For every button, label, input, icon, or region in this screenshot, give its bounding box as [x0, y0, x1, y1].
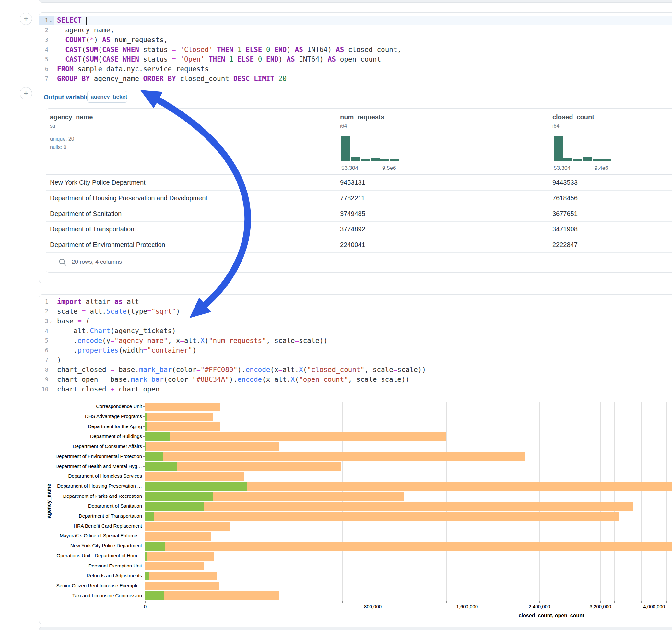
open_count-bar[interactable] [145, 591, 164, 600]
open_count-bar[interactable] [145, 512, 154, 521]
closed_count-bar[interactable] [145, 542, 672, 551]
closed_count-bar[interactable] [145, 403, 220, 411]
sql-line-2[interactable]: 2 agency_name, [39, 25, 672, 35]
notebook-page: + + 1⌄SELECT 2 agency_name,3 COUNT(*) AS… [0, 0, 672, 630]
gridline [424, 402, 424, 601]
closed_count-bar[interactable] [145, 442, 280, 451]
sql-code-editor[interactable]: 1⌄SELECT 2 agency_name,3 COUNT(*) AS num… [39, 16, 672, 83]
add-cell-button-output[interactable]: + [20, 87, 32, 99]
add-cell-button-top[interactable]: + [20, 13, 32, 25]
table-row[interactable]: Department of Sanitation37494853677651 [46, 206, 672, 222]
open_count-bar[interactable] [145, 432, 170, 441]
open_count-bar[interactable] [145, 492, 213, 501]
output-variable-row: Output variable: agency_tickets [39, 88, 672, 106]
histogram-min-label: 53,304 [554, 165, 571, 171]
column-type: i64 [552, 123, 559, 129]
gridline [259, 402, 259, 601]
gridline [373, 402, 373, 601]
y-axis-label: Personal Exemption Unit [45, 563, 142, 568]
y-axis-label: Department of Homeless Services [45, 473, 142, 479]
x-axis-tick [628, 601, 628, 603]
column-header-agency_name[interactable]: agency_name [50, 114, 93, 121]
x-axis-tick [145, 601, 146, 603]
table-row[interactable]: Department of Environmental Protection22… [46, 237, 672, 253]
column-header-closed_count[interactable]: closed_count [552, 114, 594, 121]
line-number: 3 [39, 35, 54, 45]
table-row[interactable]: Department of Housing Preservation and D… [46, 190, 672, 206]
fold-chevron-icon[interactable]: ⌄ [48, 19, 53, 23]
closed_count-bar[interactable] [145, 572, 217, 580]
column-histogram-num_requests[interactable] [341, 136, 400, 161]
next-cell-edge [39, 627, 672, 630]
table-cell-closed_count: 2222847 [552, 237, 578, 252]
line-number: 1⌄ [39, 16, 54, 25]
closed_count-bar[interactable] [145, 522, 230, 531]
table-cell-agency_name: New York City Police Department [50, 175, 146, 190]
y-axis-label: Department of Parks and Recreation [45, 493, 142, 499]
histogram-bar [361, 159, 370, 161]
table-row[interactable]: New York City Police Department945313194… [46, 175, 672, 191]
closed_count-bar[interactable] [145, 413, 213, 421]
closed_count-bar[interactable] [145, 453, 525, 461]
open_count-bar[interactable] [145, 462, 177, 471]
x-axis-tick [467, 601, 467, 603]
text-cursor [86, 17, 87, 25]
closed_count-bar[interactable] [145, 582, 219, 590]
table-cell-num_requests: 2240041 [340, 237, 365, 252]
open_count-bar[interactable] [145, 422, 146, 431]
x-axis-tick [571, 601, 571, 603]
open_count-bar[interactable] [145, 453, 163, 461]
table-cell-agency_name: Department of Transportation [50, 221, 134, 237]
histogram-bar [583, 157, 592, 161]
closed_count-bar[interactable] [145, 562, 204, 571]
sql-line-7[interactable]: 7GROUP BY agency_name ORDER BY closed_co… [39, 74, 672, 83]
closed_count-bar[interactable] [145, 502, 633, 511]
output-variable-chip[interactable]: agency_tickets [87, 91, 127, 103]
closed_count-bar[interactable] [145, 532, 211, 540]
closed_count-bar[interactable] [145, 512, 619, 521]
table-cell-num_requests: 7782211 [340, 190, 365, 206]
table-row[interactable]: Department of Transportation377489234719… [46, 221, 672, 237]
output-variable-label: Output variable: [44, 94, 91, 101]
gridline [586, 402, 586, 601]
table-cell-agency_name: Department of Sanitation [50, 206, 122, 221]
closed_count-bar[interactable] [145, 472, 244, 481]
sql-line-6[interactable]: 6FROM sample_data.nyc.service_requests [39, 64, 672, 74]
row-count-label: 20 rows, 4 columns [72, 259, 122, 265]
python-cell: 1import altair as alt2scale = alt.Scale(… [39, 294, 672, 624]
histogram-max-label: 9.5e6 [382, 165, 396, 171]
open_count-bar[interactable] [145, 502, 204, 511]
open_count-bar[interactable] [145, 482, 247, 491]
closed_count-bar[interactable] [145, 591, 279, 600]
sql-line-5[interactable]: 5 CAST(SUM(CASE WHEN status = 'Open' THE… [39, 54, 672, 64]
closed_count-bar[interactable] [145, 432, 447, 441]
sql-line-1[interactable]: 1⌄SELECT [39, 16, 672, 25]
code-text: SELECT [54, 17, 87, 25]
open_count-bar[interactable] [145, 442, 146, 451]
column-header-num_requests[interactable]: num_requests [340, 114, 384, 121]
histogram-bar [380, 160, 389, 162]
closed_count-bar[interactable] [145, 422, 220, 431]
sql-line-4[interactable]: 4 CAST(SUM(CASE WHEN status = 'Closed' T… [39, 45, 672, 54]
open_count-bar[interactable] [145, 413, 146, 421]
histogram-bar [370, 158, 380, 161]
histogram-bar [563, 158, 573, 161]
histogram-max-label: 9.4e6 [595, 165, 608, 171]
x-axis-tick [505, 601, 505, 603]
column-histogram-closed_count[interactable] [554, 136, 612, 161]
sql-line-3[interactable]: 3 COUNT(*) AS num_requests, [39, 35, 672, 45]
closed_count-bar[interactable] [145, 552, 214, 561]
gridline [342, 402, 343, 601]
open_count-bar[interactable] [145, 552, 147, 561]
open_count-bar[interactable] [145, 572, 149, 580]
x-axis-tick [306, 601, 306, 603]
code-text: GROUP BY agency_name ORDER BY closed_cou… [54, 75, 287, 83]
search-icon[interactable] [58, 258, 67, 266]
y-axis-label: Taxi and Limousine Commission [45, 593, 142, 598]
x-axis-tick-label: 2,400,000 [529, 604, 550, 609]
layered-bar-chart: Correspondence UnitDHS Advantage Program… [39, 295, 672, 624]
x-axis-tick-label: 3,200,000 [590, 604, 611, 609]
x-axis-tick [486, 601, 487, 603]
gridline [306, 402, 306, 601]
open_count-bar[interactable] [145, 542, 165, 551]
